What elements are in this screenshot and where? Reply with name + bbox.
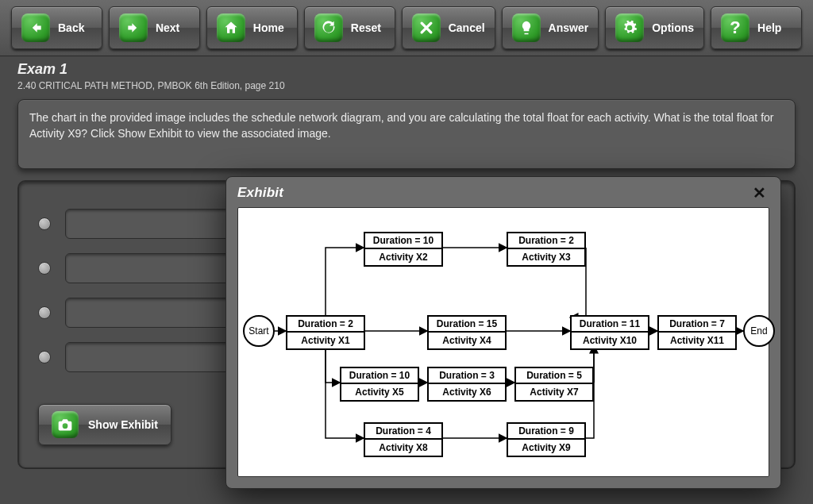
end-node: End [743, 315, 775, 347]
gear-icon [615, 13, 644, 42]
lightbulb-icon [512, 13, 541, 42]
activity-x9: Duration = 9Activity X9 [507, 422, 586, 457]
close-icon[interactable]: ✕ [749, 185, 769, 201]
diagram-canvas: Start End Duration = 2Activity X1 Durati… [237, 207, 769, 477]
question-icon: ? [721, 13, 749, 42]
activity-x10: Duration = 11Activity X10 [570, 315, 649, 350]
activity-x4: Duration = 15Activity X4 [427, 315, 507, 350]
reset-label: Reset [351, 21, 381, 34]
answer-label: Answer [549, 21, 589, 34]
modal-header: Exhibit ✕ [226, 177, 780, 207]
back-button[interactable]: Back [11, 6, 102, 49]
activity-x5: Duration = 10Activity X5 [340, 367, 419, 402]
activity-x8: Duration = 4Activity X8 [364, 422, 443, 457]
toolbar: Back Next Home Reset Cancel Answer Optio… [0, 0, 813, 56]
arrow-left-icon [21, 13, 50, 42]
home-icon [217, 13, 245, 42]
back-label: Back [58, 21, 84, 34]
options-button[interactable]: Options [605, 6, 704, 49]
cancel-button[interactable]: Cancel [402, 6, 495, 49]
radio-icon[interactable] [38, 217, 51, 230]
refresh-icon [314, 13, 343, 42]
show-exhibit-button[interactable]: Show Exhibit [38, 404, 171, 445]
next-button[interactable]: Next [109, 6, 200, 49]
activity-x2: Duration = 10Activity X2 [364, 232, 443, 267]
answer-button[interactable]: Answer [502, 6, 599, 49]
x-icon [412, 13, 441, 42]
activity-x6: Duration = 3Activity X6 [427, 367, 507, 402]
help-label: Help [757, 21, 781, 34]
home-button[interactable]: Home [206, 6, 298, 49]
radio-icon[interactable] [38, 351, 51, 364]
reset-button[interactable]: Reset [304, 6, 395, 49]
exam-title: Exam 1 [17, 61, 796, 78]
camera-icon [52, 411, 79, 438]
home-label: Home [253, 21, 284, 34]
show-exhibit-label: Show Exhibit [88, 418, 158, 431]
start-node: Start [243, 315, 275, 347]
arrow-right-icon [119, 13, 148, 42]
next-label: Next [156, 21, 179, 34]
activity-x11: Duration = 7Activity X11 [657, 315, 737, 350]
exam-subtitle: 2.40 CRITICAL PATH METHOD, PMBOK 6th Edi… [17, 80, 796, 91]
cancel-label: Cancel [449, 21, 485, 34]
activity-x7: Duration = 5Activity X7 [514, 367, 594, 402]
activity-x3: Duration = 2Activity X3 [507, 232, 586, 267]
exhibit-modal: Exhibit ✕ [225, 176, 781, 489]
options-label: Options [652, 21, 694, 34]
help-button[interactable]: ? Help [711, 6, 802, 49]
activity-x1: Duration = 2Activity X1 [286, 315, 365, 350]
radio-icon[interactable] [38, 262, 51, 275]
question-prompt: The chart in the provided image includes… [17, 99, 796, 169]
radio-icon[interactable] [38, 306, 51, 319]
modal-title: Exhibit [237, 185, 283, 201]
